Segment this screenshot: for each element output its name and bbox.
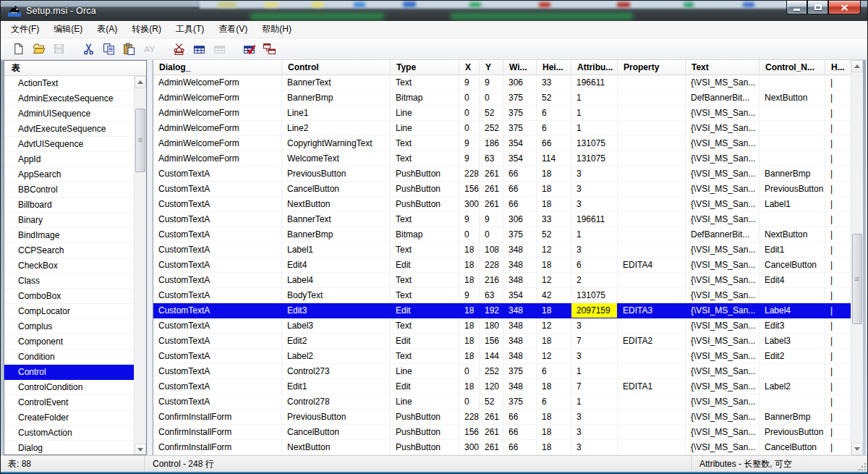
grid-cell[interactable]: CustomTextA	[153, 334, 282, 349]
grid-cell[interactable]: |	[825, 136, 851, 151]
grid-cell[interactable]: CustomTextA	[153, 182, 282, 197]
grid-cell[interactable]: Line2	[282, 121, 391, 136]
sidebar-item-BBControl[interactable]: BBControl	[4, 182, 134, 198]
grid-cell[interactable]: 9	[480, 212, 503, 227]
grid-cell[interactable]: Edit4	[282, 258, 391, 273]
grid-cell[interactable]: 18	[459, 349, 480, 364]
grid-cell[interactable]	[760, 121, 825, 136]
grid-cell[interactable]: 52	[537, 90, 571, 106]
grid-cell[interactable]: 63	[480, 288, 503, 303]
grid-cell[interactable]	[618, 212, 686, 227]
column-header-Type[interactable]: Type	[391, 60, 459, 75]
sidebar-item-Binary[interactable]: Binary	[4, 213, 134, 228]
sidebar-item-Billboard[interactable]: Billboard	[4, 198, 134, 213]
table-row[interactable]: AdminWelcomeFormBannerTextText9930633196…	[153, 75, 851, 90]
grid-cell[interactable]: |	[825, 425, 851, 440]
grid-cell[interactable]: CustomTextA	[153, 273, 282, 288]
grid-cell[interactable]: 261	[480, 440, 503, 455]
grid-cell[interactable]: 375	[503, 121, 537, 136]
grid-cell[interactable]: 228	[459, 410, 480, 425]
grid-cell[interactable]: CustomTextA	[153, 288, 282, 303]
grid-cell[interactable]: BannerText	[282, 212, 391, 227]
grid-cell[interactable]: {\VSI_MS_San...	[686, 106, 760, 121]
table-row[interactable]: CustomTextALabel4Text18216348122{\VSI_MS…	[153, 273, 851, 288]
grid-cell[interactable]: Edit3	[282, 303, 391, 318]
grid-cell[interactable]: PreviousButton	[282, 166, 391, 182]
sidebar-item-CustomAction[interactable]: CustomAction	[4, 426, 134, 441]
grid-cell[interactable]: CancelButton	[760, 258, 825, 273]
grid-cell[interactable]: Text	[391, 349, 459, 364]
table-row[interactable]: AdminWelcomeFormCopyrightWarningTextText…	[153, 136, 851, 151]
sidebar-item-BindImage[interactable]: BindImage	[4, 228, 134, 243]
minimize-button[interactable]	[786, 1, 807, 14]
grid-cell[interactable]	[618, 318, 686, 334]
grid-cell[interactable]: 3	[571, 197, 618, 212]
grid-cell[interactable]: 0	[459, 121, 480, 136]
grid-cell[interactable]: 3	[571, 182, 618, 197]
grid-cell[interactable]	[618, 440, 686, 455]
grid-cell[interactable]: 9	[480, 75, 503, 90]
menu-item-0[interactable]: 文件(F)	[4, 21, 46, 38]
sidebar-item-Component[interactable]: Component	[4, 334, 134, 350]
grid-cell[interactable]: 156	[480, 334, 503, 349]
grid-cell[interactable]: 42	[537, 288, 571, 303]
sidebar-item-CheckBox[interactable]: CheckBox	[4, 258, 134, 274]
grid-cell[interactable]: 261	[480, 425, 503, 440]
grid-cell[interactable]: 252	[480, 364, 503, 379]
grid-cell[interactable]: ConfirmInstallForm	[153, 440, 282, 455]
menu-item-1[interactable]: 编辑(E)	[46, 21, 90, 38]
grid-cell[interactable]	[760, 151, 825, 166]
grid-cell[interactable]: |	[825, 90, 851, 106]
sidebar-item-AppSearch[interactable]: AppSearch	[4, 167, 134, 182]
grid-cell[interactable]: Control273	[282, 364, 391, 379]
grid-cell[interactable]: 348	[503, 379, 537, 394]
grid-cell[interactable]: |	[825, 379, 851, 394]
sidebar-item-CCPSearch[interactable]: CCPSearch	[4, 243, 134, 258]
grid-cell[interactable]: 12	[537, 273, 571, 288]
grid-cell[interactable]: 261	[480, 197, 503, 212]
menu-item-2[interactable]: 表(A)	[90, 21, 124, 38]
sidebar-item-ControlEvent[interactable]: ControlEvent	[4, 395, 134, 410]
grid-cell[interactable]: AdminWelcomeForm	[153, 106, 282, 121]
sidebar-item-Class[interactable]: Class	[4, 274, 134, 289]
grid-cell[interactable]: {\VSI_MS_San...	[686, 273, 760, 288]
table-row[interactable]: AdminWelcomeFormBannerBmpBitmap00375521D…	[153, 90, 851, 106]
grid-cell[interactable]: {\VSI_MS_San...	[686, 440, 760, 455]
grid-cell[interactable]: {\VSI_MS_San...	[686, 121, 760, 136]
grid-cell[interactable]: 18	[459, 273, 480, 288]
grid-cell[interactable]: 300	[459, 440, 480, 455]
menu-item-5[interactable]: 查看(V)	[211, 21, 255, 38]
grid-cell[interactable]: CustomTextA	[153, 349, 282, 364]
grid-cell[interactable]: {\VSI_MS_San...	[686, 75, 760, 90]
grid-cell[interactable]: 18	[537, 379, 571, 394]
grid-cell[interactable]: 66	[503, 410, 537, 425]
table-row[interactable]: CustomTextAEdit2Edit18156348187EDITA2{\V…	[153, 334, 851, 349]
grid-cell[interactable]: {\VSI_MS_San...	[686, 212, 760, 227]
grid-cell[interactable]	[618, 273, 686, 288]
grid-cell[interactable]: CancelButton	[760, 440, 825, 455]
sidebar-item-AdvtUISequence[interactable]: AdvtUISequence	[4, 137, 134, 152]
grid-cell[interactable]: |	[825, 166, 851, 182]
grid-cell[interactable]	[618, 106, 686, 121]
grid-cell[interactable]: Label3	[760, 334, 825, 349]
grid-cell[interactable]	[618, 151, 686, 166]
grid-cell[interactable]: 6	[537, 364, 571, 379]
grid-cell[interactable]: WelcomeText	[282, 151, 391, 166]
table-row[interactable]: CustomTextAEdit1Edit18120348187EDITA1{\V…	[153, 379, 851, 394]
grid-cell[interactable]: 120	[480, 379, 503, 394]
table-row[interactable]: CustomTextABannerBmpBitmap00375521DefBan…	[153, 227, 851, 242]
table-row[interactable]: CustomTextAPreviousButtonPushButton22826…	[153, 166, 851, 182]
grid-cell[interactable]: 261	[480, 166, 503, 182]
grid-cell[interactable]: 375	[503, 227, 537, 242]
grid-cell[interactable]: CustomTextA	[153, 242, 282, 258]
grid-cell[interactable]: 114	[537, 151, 571, 166]
grid-cell[interactable]: |	[825, 75, 851, 90]
grid-cell[interactable]: NextButton	[282, 440, 391, 455]
grid-cell[interactable]: AdminWelcomeForm	[153, 151, 282, 166]
grid-cell[interactable]: |	[825, 440, 851, 455]
grid-cell[interactable]	[618, 288, 686, 303]
new-button[interactable]	[8, 40, 28, 59]
panel-splitter[interactable]	[147, 60, 153, 455]
column-header-Y[interactable]: Y	[480, 60, 503, 75]
grid-cell[interactable]: Text	[391, 242, 459, 258]
